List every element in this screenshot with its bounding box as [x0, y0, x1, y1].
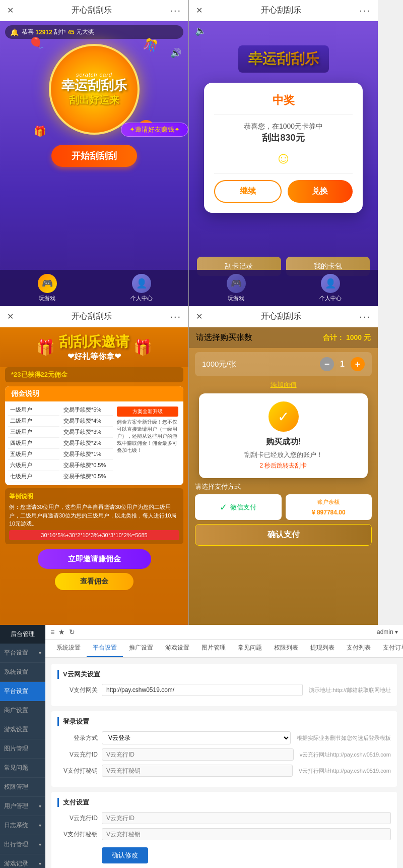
sidebar-item-commerce[interactable]: 商广设置: [0, 701, 45, 720]
submit-button[interactable]: 确认修改: [102, 847, 148, 863]
sidebar-item-gamerecord[interactable]: 游戏记录 ▾: [0, 854, 45, 868]
purchase-header-title: 请选择购买张数: [196, 332, 252, 343]
example-section: 举例说明 例：您邀请30位用户，这些用户各自再邀请30位用户为您的二级用户，二级…: [5, 488, 183, 544]
nav-play-1[interactable]: 🎮 玩游戏: [0, 274, 94, 302]
screen3-banner: 🎁 刮刮乐邀请 ❤好礼等你拿❤ 🎁: [0, 327, 188, 367]
scratch-circle[interactable]: scratch card 幸运刮刮乐 刮出好运来: [49, 44, 140, 135]
sidebar-item-game[interactable]: 游戏设置: [0, 720, 45, 739]
refresh-icon[interactable]: ↻: [69, 628, 75, 636]
bottom-nav-1: 🎮 玩游戏 👤 个人中心: [0, 270, 188, 306]
phone-panel-1: ✕ 开心刮刮乐 ··· 🔔 恭喜 12912 刮中 45 元大奖 🔊 scrat…: [0, 0, 189, 306]
star-icon[interactable]: ★: [58, 628, 65, 636]
win-popup: 中奖 恭喜您，在1000元卡券中 刮出830元 ☺ 继续 兑换: [204, 83, 363, 213]
success-icon: ✓: [268, 401, 299, 432]
vcoin-id-input[interactable]: [102, 748, 294, 761]
nav-profile-1[interactable]: 👤 个人中心: [94, 274, 188, 302]
tab-system[interactable]: 系统设置: [50, 640, 87, 657]
nav-profile-2[interactable]: 👤 个人中心: [284, 274, 378, 302]
tab-orders[interactable]: 支付订单: [377, 640, 403, 657]
exchange-button[interactable]: 兑换: [288, 180, 353, 203]
purchase-item-label: 1000元/张: [202, 360, 236, 369]
admin-user[interactable]: admin ▾: [377, 628, 398, 635]
example-text: 例：您邀请30位用户，这些用户各自再邀请30位用户为您的二级用户，二级用户再邀请…: [9, 503, 179, 528]
start-scratch-button[interactable]: 开始刮刮刮: [51, 145, 137, 167]
admin-sidebar-header: 后台管理: [0, 625, 45, 644]
screen3-banner-sub: ❤好礼等你拿❤: [59, 352, 129, 362]
more-icon-4[interactable]: ···: [359, 311, 371, 322]
close-icon-1[interactable]: ✕: [7, 6, 14, 15]
tab-game-settings[interactable]: 游戏设置: [159, 640, 195, 657]
scratch-subtitle-zh: 刮出好运来: [69, 93, 119, 107]
sidebar-item-permission[interactable]: 权限管理: [0, 778, 45, 797]
balance-pay-option[interactable]: 账户余额 ¥ 897784.00: [286, 494, 372, 520]
screen3-stats: *23已获得22元佣金: [5, 367, 183, 382]
close-icon-2[interactable]: ✕: [196, 6, 203, 15]
sidebar-item-faq[interactable]: 常见问题: [0, 759, 45, 778]
win-popup-title: 中奖: [214, 93, 353, 108]
nav-play-2[interactable]: 🎮 玩游戏: [189, 274, 284, 302]
sound-icon-1[interactable]: 🔊: [170, 47, 181, 59]
wechat-pay-label: 微信支付: [230, 503, 256, 512]
balance-pay-label: 账户余额: [317, 498, 340, 506]
close-icon-3[interactable]: ✕: [7, 312, 14, 321]
tab-perms[interactable]: 权限列表: [268, 640, 304, 657]
menu-icon[interactable]: ≡: [50, 628, 54, 636]
qty-minus-button[interactable]: −: [320, 357, 334, 371]
tab-images[interactable]: 图片管理: [195, 640, 232, 657]
lucky-title-main: 幸运刮刮乐: [248, 49, 319, 69]
sidebar-item-trip[interactable]: 出行管理 ▾: [0, 835, 45, 854]
chevron-down-icon-log: ▾: [39, 823, 41, 828]
upgrade-tag: 方案全新升级: [117, 407, 178, 417]
confirm-pay-button[interactable]: 确认支付: [195, 524, 372, 546]
win-popup-smile: ☺: [214, 149, 353, 167]
notification-bar: 🔔 恭喜 12912 刮中 45 元大奖: [5, 25, 183, 39]
nav-play-icon-1: 🎮: [38, 274, 57, 293]
more-icon-3[interactable]: ···: [170, 311, 181, 322]
vcoin-key-input[interactable]: [102, 765, 293, 777]
close-icon-4[interactable]: ✕: [196, 312, 203, 321]
sidebar-item-platform-active[interactable]: 平台设置: [0, 682, 45, 701]
level-6: 六级用户: [8, 460, 59, 471]
more-icon-2[interactable]: ···: [359, 5, 371, 16]
commission-levels: 一级用户 二级用户 三级用户 四级用户 五级用户 六级用户 七级用户: [8, 404, 59, 482]
sidebar-item-platform[interactable]: 平台设置 ▾: [0, 644, 45, 663]
v-pay-label: V支付网关: [57, 686, 98, 695]
continue-button[interactable]: 继续: [214, 180, 282, 203]
invite-earn-link[interactable]: ✦邀请好友赚钱✦: [121, 123, 188, 137]
tab-faq[interactable]: 常见问题: [232, 640, 268, 657]
login-method-select[interactable]: V云登录: [102, 731, 291, 744]
level-7: 七级用户: [8, 471, 59, 482]
win-popup-amount: 刮出830元: [214, 132, 353, 144]
pay-id-input[interactable]: [102, 812, 391, 824]
tab-withdraw[interactable]: 提现列表: [304, 640, 341, 657]
chevron-down-icon-user: ▾: [39, 803, 41, 809]
add-face-value-link[interactable]: 添加面值: [189, 380, 378, 389]
sidebar-item-image[interactable]: 图片管理: [0, 739, 45, 759]
payment-label: 请选择支付方式: [195, 482, 372, 491]
sidebar-item-system[interactable]: 系统设置: [0, 663, 45, 682]
wechat-pay-option[interactable]: ✓ 微信支付: [195, 494, 282, 520]
vcoin-key-label: V支付打秘钥: [57, 767, 98, 775]
vcoin-id-hint: v云充行网址http://pay.cshw0519.com: [300, 751, 391, 759]
view-commission-button[interactable]: 查看佣金: [55, 573, 133, 590]
admin-main: ≡ ★ ↻ admin ▾ 系统设置 平台设置 推广设置 游戏设置 图片管理 常…: [45, 625, 403, 868]
sound-icon-2[interactable]: 🔈: [195, 25, 206, 36]
fee-3: 交易手续费*3%: [61, 427, 113, 438]
qty-plus-button[interactable]: +: [351, 357, 365, 371]
v-pay-input[interactable]: [102, 684, 303, 696]
invite-button[interactable]: 立即邀请赚佣金: [38, 549, 151, 569]
tab-promo[interactable]: 推广设置: [123, 640, 159, 657]
nav-play-label-1: 玩游戏: [39, 295, 55, 302]
topbar-4: ✕ 开心刮刮乐 ···: [189, 306, 378, 327]
pay-key-input[interactable]: [102, 828, 391, 840]
topbar-title-4: 开心刮刮乐: [203, 311, 359, 322]
sidebar-item-log[interactable]: 日志系统 ▾: [0, 816, 45, 835]
tab-payment[interactable]: 支付列表: [341, 640, 377, 657]
tab-platform[interactable]: 平台设置: [87, 640, 123, 657]
sidebar-item-user[interactable]: 用户管理 ▾: [0, 797, 45, 816]
more-icon-1[interactable]: ···: [170, 5, 181, 16]
win-popup-buttons: 继续 兑换: [214, 180, 353, 203]
scratch-banner: scratch card 幸运刮刮乐 刮出好运来 🎈 🎊 🎁 🔄: [0, 44, 188, 135]
admin-content: V云网关设置 V支付网关 演示地址:http://邮箱获取联网地址 登录设置 登…: [45, 658, 403, 868]
login-section-title: 登录设置: [57, 717, 391, 726]
